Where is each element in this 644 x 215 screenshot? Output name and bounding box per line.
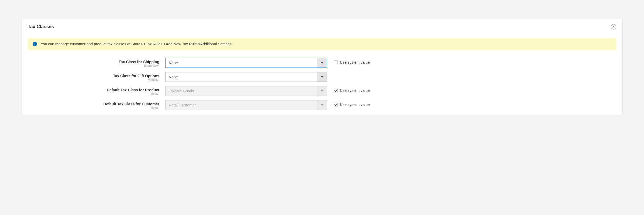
- use-system-value-checkbox-product[interactable]: [334, 89, 338, 92]
- product-tax-class-select: Taxable Goods: [165, 86, 327, 96]
- extra-col: Use system value: [327, 58, 370, 65]
- checkbox-label: Use system value: [340, 102, 370, 107]
- customer-tax-class-select: Retail Customer: [165, 100, 327, 110]
- checkbox-label: Use system value: [340, 60, 370, 65]
- field-scope: [website]: [28, 78, 159, 81]
- notice-text: You can manage customer and product tax …: [41, 42, 232, 46]
- field-label: Tax Class for Gift Options: [113, 74, 159, 78]
- dropdown-caret: [317, 72, 327, 82]
- field-label: Default Tax Class for Customer: [104, 102, 159, 106]
- field-row-shipping: Tax Class for Shipping [store view] None…: [22, 56, 622, 70]
- label-col: Tax Class for Shipping [store view]: [28, 58, 165, 67]
- field-label: Tax Class for Shipping: [119, 60, 159, 64]
- label-col: Default Tax Class for Customer [global]: [28, 100, 165, 109]
- field-row-gift: Tax Class for Gift Options [website] Non…: [22, 70, 622, 84]
- dropdown-caret: [317, 58, 327, 68]
- control-col: Taxable Goods: [165, 86, 327, 96]
- use-system-value-checkbox-customer[interactable]: [334, 103, 338, 106]
- extra-col: Use system value: [327, 86, 370, 93]
- label-col: Tax Class for Gift Options [website]: [28, 72, 165, 81]
- select-value: Taxable Goods: [166, 86, 317, 96]
- field-scope: [global]: [28, 106, 159, 109]
- label-col: Default Tax Class for Product [global]: [28, 86, 165, 95]
- chevron-up-icon: [612, 26, 615, 28]
- field-label: Default Tax Class for Product: [107, 88, 159, 92]
- checkbox-label: Use system value: [340, 88, 370, 93]
- field-row-customer: Default Tax Class for Customer [global] …: [22, 98, 622, 115]
- tax-classes-panel: Tax Classes i You can manage customer an…: [22, 19, 622, 115]
- field-row-product: Default Tax Class for Product [global] T…: [22, 84, 622, 98]
- shipping-tax-class-select[interactable]: None: [165, 58, 327, 68]
- section-title: Tax Classes: [28, 24, 54, 29]
- info-notice: i You can manage customer and product ta…: [28, 38, 616, 50]
- panel-header: Tax Classes: [22, 19, 622, 32]
- use-system-value-checkbox-shipping[interactable]: [334, 61, 338, 64]
- gift-tax-class-select[interactable]: None: [165, 72, 327, 82]
- control-col: None: [165, 72, 327, 82]
- caret-down-icon: [321, 90, 323, 92]
- select-value: Retail Customer: [166, 100, 317, 110]
- caret-down-icon: [321, 104, 323, 106]
- field-scope: [global]: [28, 92, 159, 95]
- collapse-toggle[interactable]: [611, 24, 616, 29]
- caret-down-icon: [321, 62, 323, 64]
- extra-col: [327, 72, 334, 74]
- select-value: None: [166, 58, 317, 68]
- control-col: None: [165, 58, 327, 68]
- extra-col: Use system value: [327, 100, 370, 107]
- field-scope: [store view]: [28, 64, 159, 67]
- control-col: Retail Customer: [165, 100, 327, 110]
- dropdown-caret: [317, 86, 327, 96]
- dropdown-caret: [317, 100, 327, 110]
- caret-down-icon: [321, 76, 323, 78]
- info-icon: i: [33, 42, 37, 46]
- select-value: None: [166, 72, 317, 82]
